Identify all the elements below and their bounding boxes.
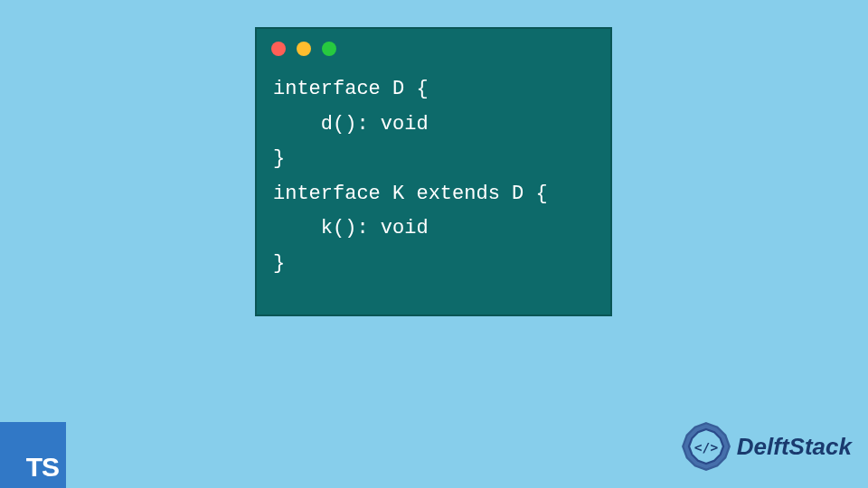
delftstack-gear-icon: </> xyxy=(681,421,731,472)
window-controls xyxy=(257,29,610,63)
window-minimize-dot xyxy=(297,42,311,56)
code-content: interface D { d(): void } interface K ex… xyxy=(257,63,610,290)
delftstack-logo-text: DelftStack xyxy=(737,433,852,461)
delftstack-logo: </> DelftStack xyxy=(681,421,852,472)
typescript-badge-label: TS xyxy=(26,452,59,483)
typescript-badge: TS xyxy=(0,422,66,488)
window-maximize-dot xyxy=(322,42,336,56)
svg-text:</>: </> xyxy=(694,439,719,455)
window-close-dot xyxy=(271,42,286,56)
code-window: interface D { d(): void } interface K ex… xyxy=(255,27,612,316)
